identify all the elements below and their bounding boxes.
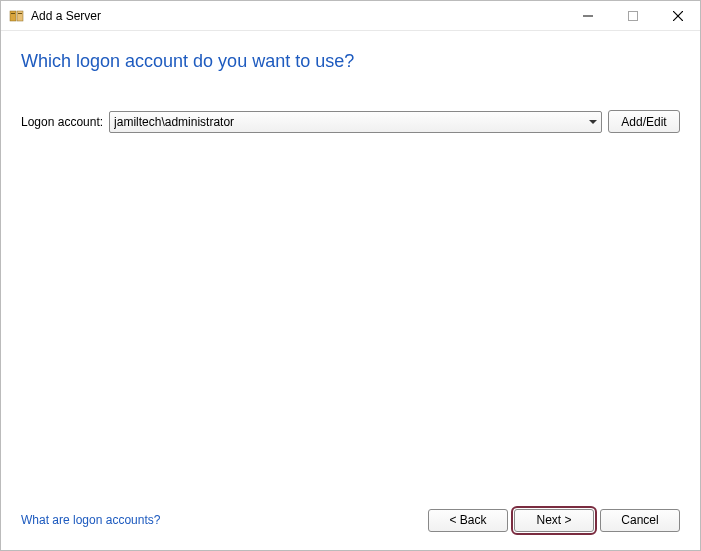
content-area: Which logon account do you want to use? … xyxy=(1,31,700,500)
title-bar: Add a Server xyxy=(1,1,700,31)
logon-account-label: Logon account: xyxy=(21,115,103,129)
minimize-button[interactable] xyxy=(565,1,610,31)
back-button[interactable]: < Back xyxy=(428,509,508,532)
logon-account-selected: jamiltech\administrator xyxy=(114,115,589,129)
add-edit-button[interactable]: Add/Edit xyxy=(608,110,680,133)
footer: What are logon accounts? < Back Next > C… xyxy=(1,500,700,550)
window-title: Add a Server xyxy=(31,9,101,23)
chevron-down-icon xyxy=(589,118,597,126)
next-button[interactable]: Next > xyxy=(514,509,594,532)
svg-rect-3 xyxy=(18,13,22,14)
svg-marker-8 xyxy=(589,120,597,124)
app-icon xyxy=(9,8,25,24)
help-link[interactable]: What are logon accounts? xyxy=(21,513,160,527)
svg-rect-1 xyxy=(17,11,23,21)
svg-rect-5 xyxy=(628,11,637,20)
page-heading: Which logon account do you want to use? xyxy=(21,51,680,72)
logon-account-row: Logon account: jamiltech\administrator A… xyxy=(21,110,680,133)
svg-rect-2 xyxy=(11,13,15,14)
svg-rect-0 xyxy=(10,11,16,21)
close-button[interactable] xyxy=(655,1,700,31)
cancel-button[interactable]: Cancel xyxy=(600,509,680,532)
logon-account-dropdown[interactable]: jamiltech\administrator xyxy=(109,111,602,133)
maximize-button xyxy=(610,1,655,31)
